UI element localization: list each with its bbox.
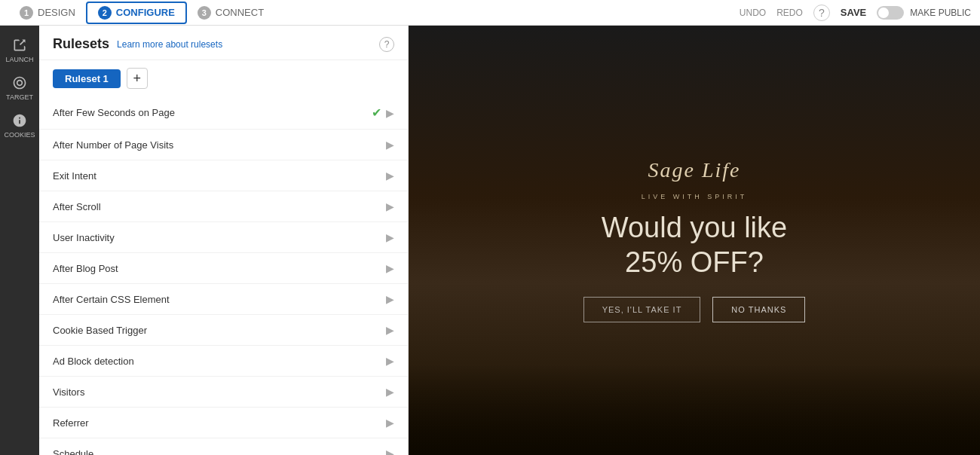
rule-row-cookie-trigger[interactable]: Cookie Based Trigger▶ bbox=[39, 315, 408, 346]
promo-text: Would you like 25% OFF? bbox=[602, 211, 787, 279]
rule-row-after-css-element[interactable]: After Certain CSS Element▶ bbox=[39, 284, 408, 315]
brand-tagline: LIVE WITH SPIRIT bbox=[642, 193, 748, 200]
arrow-icon-referrer: ▶ bbox=[386, 417, 394, 429]
rule-icons-after-css-element: ▶ bbox=[386, 293, 394, 305]
rule-icons-cookie-trigger: ▶ bbox=[386, 324, 394, 336]
brand-logo: Sage Life bbox=[648, 158, 740, 182]
rule-row-after-scroll[interactable]: After Scroll▶ bbox=[39, 191, 408, 222]
rulesets-panel: Rulesets Learn more about rulesets ? Rul… bbox=[39, 26, 409, 455]
arrow-icon-after-page-visits: ▶ bbox=[386, 139, 394, 151]
step-label-configure: CONFIGURE bbox=[116, 7, 175, 18]
rule-icons-visitors: ▶ bbox=[386, 386, 394, 398]
rule-icons-exit-intent: ▶ bbox=[386, 169, 394, 182]
main-layout: LAUNCH TARGET COOKIES Rulesets Learn mor… bbox=[0, 26, 980, 455]
rule-label-visitors: Visitors bbox=[53, 386, 386, 398]
make-public-toggle-wrap: MAKE PUBLIC bbox=[877, 6, 971, 20]
make-public-toggle[interactable] bbox=[877, 6, 904, 20]
make-public-label: MAKE PUBLIC bbox=[910, 8, 971, 18]
preview-pane: Sage Life LIVE WITH SPIRIT Would you lik… bbox=[409, 26, 980, 455]
rule-label-exit-intent: Exit Intent bbox=[53, 170, 386, 182]
add-ruleset-button[interactable]: + bbox=[127, 68, 148, 89]
learn-more-link[interactable]: Learn more about rulesets bbox=[117, 39, 222, 50]
sidebar-label-target: TARGET bbox=[6, 93, 33, 101]
step-label-connect: CONNECT bbox=[216, 7, 264, 18]
arrow-icon-after-blog-post: ▶ bbox=[386, 262, 394, 274]
icon-sidebar: LAUNCH TARGET COOKIES bbox=[0, 26, 39, 455]
rule-row-schedule[interactable]: Schedule▶ bbox=[39, 438, 408, 455]
step-connect[interactable]: 3 CONNECT bbox=[187, 3, 274, 23]
save-button[interactable]: SAVE bbox=[841, 7, 866, 18]
rule-row-after-page-visits[interactable]: After Number of Page Visits▶ bbox=[39, 130, 408, 160]
rule-label-referrer: Referrer bbox=[53, 417, 386, 429]
tree-silhouette bbox=[409, 365, 980, 455]
step-num-configure: 2 bbox=[98, 6, 112, 20]
rule-label-after-scroll: After Scroll bbox=[53, 201, 386, 212]
rule-icons-after-seconds: ✔▶ bbox=[372, 105, 394, 120]
rule-label-schedule: Schedule bbox=[53, 448, 386, 456]
rule-icons-referrer: ▶ bbox=[386, 417, 394, 429]
arrow-icon-cookie-trigger: ▶ bbox=[386, 324, 394, 336]
panel-title: Rulesets bbox=[53, 36, 109, 52]
rule-icons-after-scroll: ▶ bbox=[386, 200, 394, 212]
sidebar-label-launch: LAUNCH bbox=[5, 56, 33, 63]
rule-label-user-inactivity: User Inactivity bbox=[53, 232, 386, 243]
panel-header: Rulesets Learn more about rulesets ? bbox=[39, 26, 408, 60]
rule-label-ad-block: Ad Block detection bbox=[53, 356, 386, 367]
redo-button[interactable]: REDO bbox=[776, 8, 803, 18]
rule-label-cookie-trigger: Cookie Based Trigger bbox=[53, 325, 386, 336]
rule-label-after-page-visits: After Number of Page Visits bbox=[53, 139, 386, 151]
rule-icons-user-inactivity: ▶ bbox=[386, 231, 394, 243]
arrow-icon-schedule: ▶ bbox=[386, 447, 394, 455]
ruleset-tab-1[interactable]: Ruleset 1 bbox=[53, 69, 121, 88]
rule-icons-after-page-visits: ▶ bbox=[386, 139, 394, 151]
rule-label-after-blog-post: After Blog Post bbox=[53, 263, 386, 274]
launch-icon bbox=[12, 38, 27, 53]
yes-button[interactable]: YES, I'LL TAKE IT bbox=[583, 297, 701, 322]
arrow-icon-after-seconds: ▶ bbox=[386, 107, 394, 119]
help-button[interactable]: ? bbox=[813, 5, 830, 21]
undo-button[interactable]: UNDO bbox=[740, 8, 766, 18]
sidebar-item-cookies[interactable]: COOKIES bbox=[0, 107, 39, 145]
check-icon-after-seconds: ✔ bbox=[372, 105, 381, 120]
step-design[interactable]: 1 DESIGN bbox=[9, 3, 86, 23]
rule-row-referrer[interactable]: Referrer▶ bbox=[39, 408, 408, 438]
promo-buttons: YES, I'LL TAKE IT NO THANKS bbox=[583, 297, 806, 322]
arrow-icon-user-inactivity: ▶ bbox=[386, 231, 394, 243]
rule-row-exit-intent[interactable]: Exit Intent▶ bbox=[39, 160, 408, 191]
cookies-icon bbox=[12, 113, 27, 128]
rule-row-ad-block[interactable]: Ad Block detection▶ bbox=[39, 346, 408, 377]
rules-list: After Few Seconds on Page✔▶After Number … bbox=[39, 96, 408, 455]
no-button[interactable]: NO THANKS bbox=[712, 297, 805, 322]
step-label-design: DESIGN bbox=[38, 7, 75, 18]
rule-icons-after-blog-post: ▶ bbox=[386, 262, 394, 274]
panel-help-icon[interactable]: ? bbox=[379, 37, 394, 52]
step-num-connect: 3 bbox=[198, 6, 211, 20]
target-icon bbox=[12, 75, 27, 90]
arrow-icon-after-css-element: ▶ bbox=[386, 293, 394, 305]
top-nav: 1 DESIGN 2 CONFIGURE 3 CONNECT UNDO REDO… bbox=[0, 0, 980, 26]
rule-row-user-inactivity[interactable]: User Inactivity▶ bbox=[39, 222, 408, 253]
step-num-design: 1 bbox=[20, 6, 33, 20]
arrow-icon-exit-intent: ▶ bbox=[386, 169, 394, 182]
top-nav-right: UNDO REDO ? SAVE MAKE PUBLIC bbox=[740, 5, 971, 21]
sidebar-item-target[interactable]: TARGET bbox=[0, 69, 39, 107]
rule-row-after-blog-post[interactable]: After Blog Post▶ bbox=[39, 253, 408, 284]
sidebar-item-launch[interactable]: LAUNCH bbox=[0, 32, 39, 69]
arrow-icon-visitors: ▶ bbox=[386, 386, 394, 398]
rule-label-after-css-element: After Certain CSS Element bbox=[53, 294, 386, 305]
rule-icons-ad-block: ▶ bbox=[386, 355, 394, 367]
rule-row-visitors[interactable]: Visitors▶ bbox=[39, 377, 408, 408]
preview-content: Sage Life LIVE WITH SPIRIT Would you lik… bbox=[583, 158, 806, 322]
arrow-icon-ad-block: ▶ bbox=[386, 355, 394, 367]
ruleset-tabs: Ruleset 1 + bbox=[39, 60, 408, 96]
sidebar-label-cookies: COOKIES bbox=[4, 131, 35, 139]
rule-icons-schedule: ▶ bbox=[386, 447, 394, 455]
step-configure[interactable]: 2 CONFIGURE bbox=[86, 2, 187, 24]
rule-label-after-seconds: After Few Seconds on Page bbox=[53, 107, 372, 118]
rule-row-after-seconds[interactable]: After Few Seconds on Page✔▶ bbox=[39, 96, 408, 130]
arrow-icon-after-scroll: ▶ bbox=[386, 200, 394, 212]
